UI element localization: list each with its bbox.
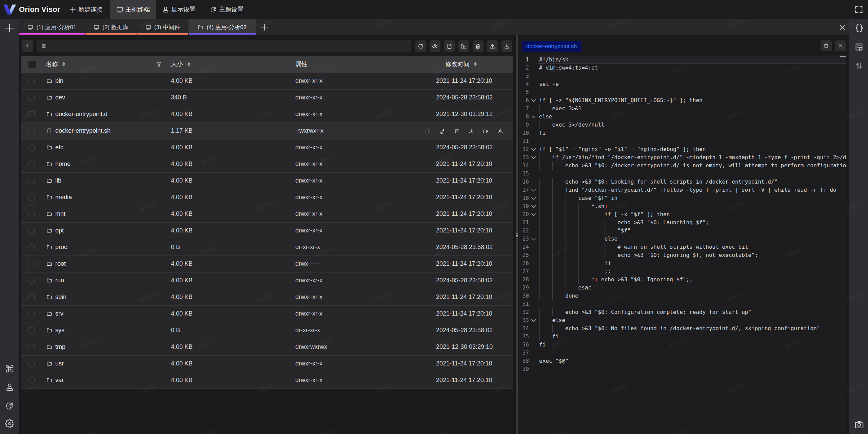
- upload-button[interactable]: [487, 40, 498, 52]
- terminal-tab-3[interactable]: (3) 中间件: [137, 19, 189, 35]
- file-row-var[interactable]: var4.00 KBdrwxr-xr-x2021-11-24 17:20:10: [21, 372, 513, 389]
- new-tab-icon[interactable]: [260, 23, 269, 31]
- file-row-proc[interactable]: proc0 Bdr-xr-xr-x2024-05-28 23:58:02: [21, 239, 513, 256]
- file-row-sbin[interactable]: sbin4.00 KBdrwxr-xr-x2021-11-24 17:20:10: [21, 289, 513, 306]
- nav-item-3[interactable]: 主题设置: [204, 0, 250, 19]
- sidebar-new-connection-icon[interactable]: [4, 23, 15, 33]
- fold-chevron-icon[interactable]: [531, 204, 536, 209]
- swap-vertical-icon[interactable]: [854, 61, 864, 70]
- file-attr: -rwxrwxr-x: [295, 127, 436, 134]
- file-row-dev[interactable]: dev340 Bdrwxr-xr-x2024-05-28 23:58:02: [21, 90, 513, 106]
- fold-chevron-icon[interactable]: [531, 98, 536, 103]
- trash-button[interactable]: [473, 40, 484, 52]
- row-checkbox[interactable]: [28, 311, 35, 317]
- fold-chevron-icon[interactable]: [531, 318, 536, 323]
- nav-item-1[interactable]: 主机终端: [110, 0, 156, 19]
- column-header-mtime[interactable]: 修改时间: [436, 60, 513, 68]
- camera-icon[interactable]: [854, 419, 864, 430]
- file-row-tmp[interactable]: tmp4.00 KBdrwxrwxrwx2021-12-30 03:29:10: [21, 339, 513, 356]
- row-checkbox[interactable]: [28, 95, 35, 101]
- touch-icon[interactable]: [482, 128, 489, 134]
- column-header-attr[interactable]: 属性: [295, 60, 436, 68]
- path-list-icon[interactable]: [41, 43, 47, 49]
- column-header-name[interactable]: 名称: [46, 60, 171, 68]
- sort-icon[interactable]: [187, 62, 190, 67]
- terminal-tab-4[interactable]: (4) 应用-分析02: [189, 19, 256, 35]
- row-checkbox[interactable]: [28, 211, 35, 217]
- fold-chevron-icon[interactable]: [531, 195, 536, 201]
- row-checkbox[interactable]: [28, 161, 35, 167]
- filter-funnel-icon[interactable]: [156, 61, 162, 68]
- terminal-tab-1[interactable]: (1) 应用-分析01: [19, 19, 85, 35]
- path-input[interactable]: [50, 40, 406, 52]
- braces-icon[interactable]: [854, 23, 864, 33]
- row-checkbox[interactable]: [28, 278, 35, 284]
- eye-button[interactable]: [430, 40, 440, 52]
- new-file-button[interactable]: [444, 40, 455, 52]
- sort-icon[interactable]: [62, 62, 65, 67]
- file-row-root[interactable]: root4.00 KBdrwx------2021-11-24 17:20:10: [21, 256, 513, 272]
- row-checkbox[interactable]: [28, 294, 35, 300]
- fold-chevron-icon[interactable]: [531, 236, 536, 242]
- row-checkbox[interactable]: [28, 145, 35, 151]
- file-row-srv[interactable]: srv4.00 KBdrwxr-xr-x2021-11-24 17:20:10: [21, 306, 513, 322]
- file-row-media[interactable]: media4.00 KBdrwxr-xr-x2021-11-24 17:20:1…: [21, 189, 513, 206]
- nav-item-2[interactable]: 显示设置: [156, 0, 202, 19]
- row-checkbox[interactable]: [28, 111, 35, 117]
- save-button[interactable]: [821, 40, 832, 51]
- file-row-opt[interactable]: opt4.00 KBdrwxr-xr-x2021-11-24 17:20:10: [21, 223, 513, 239]
- command-icon[interactable]: [5, 364, 14, 373]
- fullscreen-icon[interactable]: [854, 5, 864, 14]
- new-folder-button[interactable]: [458, 40, 469, 52]
- file-row-run[interactable]: run4.00 KBdrwxr-xr-x2024-05-28 23:58:02: [21, 272, 513, 289]
- fold-chevron-icon[interactable]: [531, 147, 536, 152]
- edit-icon[interactable]: [439, 128, 446, 134]
- back-button[interactable]: [22, 40, 33, 52]
- editor-close-button[interactable]: [835, 40, 846, 51]
- row-checkbox[interactable]: [28, 244, 35, 250]
- download-icon[interactable]: [468, 128, 474, 134]
- file-row-usr[interactable]: usr4.00 KBdrwxr-xr-x2021-11-24 17:20:10: [21, 356, 513, 372]
- panel-resize-handle[interactable]: [516, 35, 518, 434]
- transfer-list-icon[interactable]: [854, 42, 864, 52]
- code-area[interactable]: 1#!/bin/sh2# vim:sw=4:ts=4:et34set -e56i…: [518, 55, 846, 434]
- sort-icon[interactable]: [474, 62, 477, 67]
- close-panel-icon[interactable]: [838, 23, 846, 32]
- gear-icon[interactable]: [5, 419, 14, 428]
- row-checkbox[interactable]: [28, 344, 35, 350]
- row-checkbox[interactable]: [28, 228, 35, 234]
- fold-chevron-icon[interactable]: [531, 155, 536, 161]
- row-checkbox[interactable]: [28, 261, 35, 267]
- column-header-size[interactable]: 大小: [171, 60, 295, 68]
- file-row-lib[interactable]: lib4.00 KBdrwxr-xr-x2021-11-24 17:20:10: [21, 173, 513, 189]
- fold-chevron-icon[interactable]: [531, 114, 536, 120]
- file-size: 4.00 KB: [171, 77, 295, 84]
- stamp-icon[interactable]: [5, 383, 14, 392]
- nav-item-0[interactable]: 新建连接: [63, 0, 109, 19]
- row-checkbox[interactable]: [28, 178, 35, 184]
- fold-chevron-icon[interactable]: [531, 187, 536, 193]
- select-all-checkbox[interactable]: [28, 61, 36, 68]
- row-checkbox[interactable]: [28, 327, 35, 334]
- row-checkbox[interactable]: [28, 128, 35, 134]
- file-row-docker-entrypoint.sh[interactable]: docker-entrypoint.sh1.17 KB-rwxrwxr-x: [21, 123, 513, 139]
- row-checkbox[interactable]: [28, 194, 35, 201]
- file-row-docker-entrypoint.d[interactable]: docker-entrypoint.d4.00 KBdrwxr-xr-x2021…: [21, 106, 513, 123]
- row-checkbox[interactable]: [28, 377, 35, 383]
- terminal-tab-bar: (1) 应用-分析01(2) 数据库(3) 中间件(4) 应用-分析02: [19, 19, 849, 35]
- terminal-tab-2[interactable]: (2) 数据库: [85, 19, 137, 35]
- file-row-etc[interactable]: etc4.00 KBdrwxr-xr-x2024-05-28 23:58:02: [21, 139, 513, 156]
- row-checkbox[interactable]: [28, 78, 35, 84]
- file-row-sys[interactable]: sys0 Bdr-xr-xr-x2024-05-28 23:58:02: [21, 322, 513, 339]
- palette-icon[interactable]: [5, 401, 14, 411]
- fold-chevron-icon[interactable]: [531, 212, 536, 218]
- refresh-button[interactable]: [415, 40, 426, 52]
- file-row-mnt[interactable]: mnt4.00 KBdrwxr-xr-x2021-11-24 17:20:10: [21, 206, 513, 223]
- row-checkbox[interactable]: [28, 361, 35, 367]
- download-button[interactable]: [501, 40, 512, 52]
- file-row-home[interactable]: home4.00 KBdrwxr-xr-x2021-11-24 17:20:10: [21, 156, 513, 173]
- copy-icon[interactable]: [425, 128, 431, 134]
- file-row-bin[interactable]: bin4.00 KBdrwxr-xr-x2021-11-24 17:20:10: [21, 73, 513, 90]
- trash-icon[interactable]: [454, 128, 460, 134]
- permission-icon[interactable]: [497, 128, 503, 134]
